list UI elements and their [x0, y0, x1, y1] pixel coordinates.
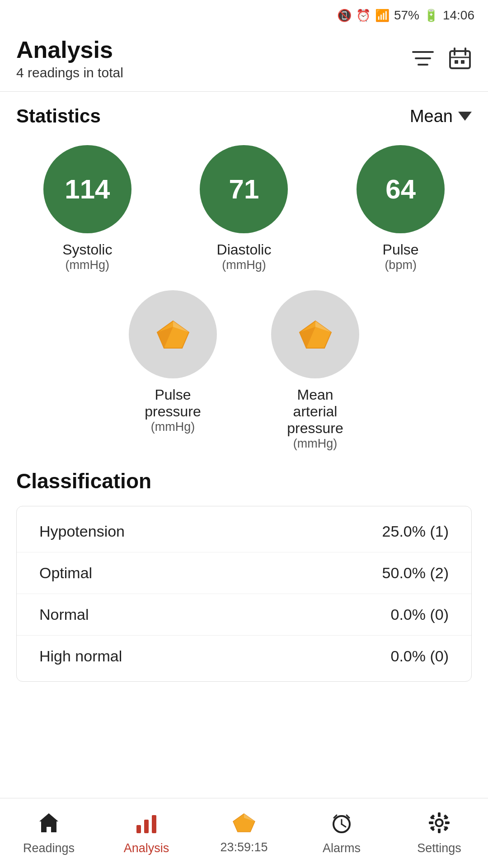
systolic-metric: 114 Systolic (mmHg) [43, 145, 131, 272]
metrics-row-1: 114 Systolic (mmHg) 71 Diastolic (mmHg) … [0, 136, 488, 277]
svg-rect-8 [461, 60, 465, 64]
systolic-circle: 114 [43, 145, 131, 233]
statistics-section-header: Statistics Mean [0, 92, 488, 136]
alarm-status-icon: ⏰ [356, 9, 371, 23]
svg-rect-19 [152, 815, 156, 833]
nav-analysis-label: Analysis [124, 841, 169, 855]
classification-card: Hypotension 25.0% (1) Optimal 50.0% (2) … [16, 506, 472, 682]
filter-button[interactable] [411, 48, 435, 68]
diastolic-label: Diastolic [217, 241, 272, 258]
svg-marker-9 [458, 112, 472, 121]
systolic-label: Systolic [62, 241, 112, 258]
svg-rect-3 [450, 51, 470, 68]
home-icon [38, 811, 60, 838]
pulse-metric: 64 Pulse (bpm) [357, 145, 445, 272]
pulse-circle: 64 [357, 145, 445, 233]
svg-rect-7 [455, 60, 458, 64]
systolic-value: 114 [65, 174, 110, 205]
svg-rect-18 [144, 820, 149, 833]
diastolic-metric: 71 Diastolic (mmHg) [200, 145, 288, 272]
page-title: Analysis [16, 36, 123, 63]
table-row: Hypotension 25.0% (1) [17, 511, 471, 552]
time-display: 14:06 [443, 8, 474, 23]
hypotension-label: Hypotension [39, 523, 125, 540]
settings-icon [428, 811, 450, 838]
map-unit: (mmHg) [287, 437, 343, 451]
nav-timer-label: 23:59:15 [220, 840, 267, 854]
high-normal-label: High normal [39, 647, 122, 665]
svg-marker-16 [39, 813, 58, 832]
svg-line-24 [342, 824, 346, 827]
battery-icon: 🔋 [424, 9, 438, 23]
premium-diamond-icon [232, 812, 256, 837]
diamond-icon-2 [297, 319, 333, 350]
pulse-pressure-metric: Pulsepressure (mmHg) [129, 290, 217, 451]
normal-value: 0.0% (0) [391, 606, 449, 623]
nav-alarms-label: Alarms [323, 841, 361, 855]
map-circle [271, 290, 359, 378]
pulse-pressure-unit: (mmHg) [145, 420, 201, 434]
map-label: Meanarterialpressure [287, 387, 343, 437]
svg-rect-31 [429, 821, 433, 824]
pulse-value: 64 [385, 174, 416, 205]
nav-settings-label: Settings [417, 841, 461, 855]
pulse-label: Pulse [383, 241, 419, 258]
nav-alarms[interactable]: Alarms [305, 811, 378, 855]
alarm-icon [330, 811, 353, 838]
hypotension-value: 25.0% (1) [382, 523, 449, 540]
analysis-icon [135, 811, 158, 838]
nav-settings[interactable]: Settings [403, 811, 475, 855]
classification-title: Classification [16, 469, 472, 493]
pulse-pressure-label: Pulsepressure [145, 387, 201, 420]
sim-icon: 📵 [337, 9, 352, 23]
svg-rect-30 [438, 829, 441, 833]
dropdown-label: Mean [410, 107, 453, 126]
diastolic-circle: 71 [200, 145, 288, 233]
diastolic-value: 71 [229, 174, 259, 205]
nav-readings[interactable]: Readings [13, 811, 85, 855]
diamond-icon [155, 319, 191, 350]
readings-count: 4 readings in total [16, 65, 123, 80]
table-row: High normal 0.0% (0) [17, 636, 471, 677]
classification-section: Classification Hypotension 25.0% (1) Opt… [0, 455, 488, 686]
high-normal-value: 0.0% (0) [391, 647, 449, 665]
statistics-title: Statistics [16, 105, 101, 127]
wifi-icon: 📶 [375, 9, 389, 23]
optimal-value: 50.0% (2) [382, 564, 449, 582]
calendar-button[interactable] [448, 47, 472, 70]
status-bar: 📵 ⏰ 📶 57% 🔋 14:06 [0, 0, 488, 27]
nav-readings-label: Readings [23, 841, 75, 855]
diastolic-unit: (mmHg) [217, 258, 272, 272]
svg-rect-32 [445, 821, 450, 824]
nav-analysis[interactable]: Analysis [110, 811, 183, 855]
bottom-navigation: Readings Analysis 23:59:15 [0, 798, 488, 868]
statistics-dropdown[interactable]: Mean [410, 107, 472, 126]
systolic-unit: (mmHg) [62, 258, 112, 272]
table-row: Optimal 50.0% (2) [17, 552, 471, 594]
app-header: Analysis 4 readings in total [0, 27, 488, 92]
normal-label: Normal [39, 606, 89, 623]
main-content: Statistics Mean 114 Systolic (mmHg) 71 D… [0, 92, 488, 759]
nav-premium[interactable]: 23:59:15 [208, 812, 280, 854]
metrics-row-2: Pulsepressure (mmHg) Meanarterialpressur… [0, 277, 488, 455]
svg-rect-29 [438, 812, 441, 817]
pulse-pressure-circle [129, 290, 217, 378]
optimal-label: Optimal [39, 564, 92, 582]
svg-rect-17 [136, 825, 141, 833]
table-row: Normal 0.0% (0) [17, 594, 471, 636]
pulse-unit: (bpm) [383, 258, 419, 272]
map-metric: Meanarterialpressure (mmHg) [271, 290, 359, 451]
battery-text: 57% [394, 8, 419, 23]
